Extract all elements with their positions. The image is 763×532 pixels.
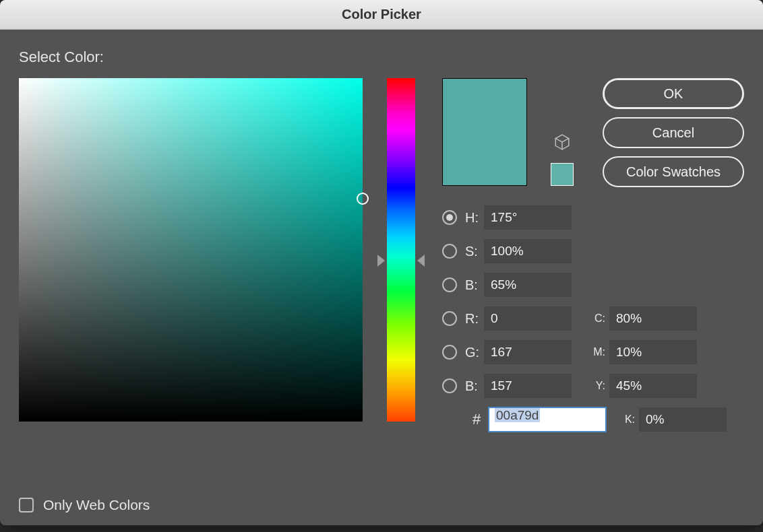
input-s[interactable] — [484, 239, 572, 263]
hue-indicator-left — [377, 255, 385, 267]
label-m: M: — [584, 346, 605, 358]
radio-r[interactable] — [442, 311, 457, 326]
dialog-body: Select Color: — [0, 30, 763, 525]
radio-blue[interactable] — [442, 378, 457, 393]
window-title: Color Picker — [0, 0, 763, 30]
ok-button[interactable]: OK — [603, 78, 744, 109]
main-row: OK Cancel Color Swatches H: — [19, 78, 744, 478]
color-swatches-button[interactable]: Color Swatches — [603, 156, 744, 187]
input-c[interactable] — [609, 306, 697, 331]
cancel-button[interactable]: Cancel — [603, 117, 744, 148]
radio-s[interactable] — [442, 244, 457, 259]
select-color-label: Select Color: — [19, 48, 744, 66]
input-brightness[interactable] — [484, 273, 572, 297]
input-m[interactable] — [609, 340, 697, 364]
sb-picker-indicator[interactable] — [357, 193, 369, 205]
hue-slider[interactable] — [387, 78, 415, 478]
label-blue: B: — [465, 378, 484, 394]
label-r: R: — [465, 311, 484, 327]
input-h[interactable] — [484, 205, 572, 230]
web-colors-label: Only Web Colors — [43, 497, 150, 513]
previous-color-swatch[interactable] — [551, 163, 574, 186]
color-preview-swatch[interactable] — [442, 78, 527, 186]
hue-indicator-right — [417, 255, 425, 267]
input-blue[interactable] — [484, 374, 572, 398]
value-inputs: H: S: B: — [442, 205, 744, 432]
web-colors-checkbox[interactable] — [19, 498, 34, 512]
label-h: H: — [465, 210, 484, 226]
input-r[interactable] — [484, 306, 572, 331]
radio-g[interactable] — [442, 345, 457, 360]
preview-row: OK Cancel Color Swatches — [442, 78, 744, 187]
radio-brightness[interactable] — [442, 277, 457, 292]
right-column: OK Cancel Color Swatches H: — [442, 78, 744, 478]
color-picker-window: Color Picker Select Color: — [0, 0, 763, 525]
radio-h[interactable] — [442, 210, 457, 225]
input-g[interactable] — [484, 340, 572, 364]
footer-row: Only Web Colors — [19, 497, 744, 513]
cube-icon — [553, 133, 571, 154]
saturation-brightness-field[interactable] — [19, 78, 363, 422]
label-k: K: — [613, 413, 635, 426]
input-y[interactable] — [609, 374, 697, 398]
label-y: Y: — [584, 380, 605, 392]
input-hex[interactable]: 00a79d — [488, 407, 607, 432]
label-s: S: — [465, 244, 484, 259]
input-k[interactable] — [639, 407, 727, 432]
label-hex-hash: # — [465, 411, 488, 428]
label-g: G: — [465, 345, 484, 360]
label-c: C: — [584, 312, 605, 325]
label-brightness: B: — [465, 277, 484, 293]
